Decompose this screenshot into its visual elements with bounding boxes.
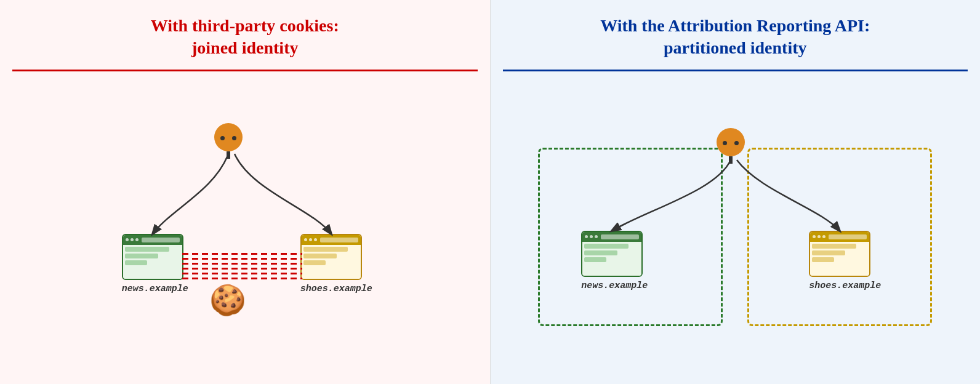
left-title-line2: joined identity [191, 38, 298, 57]
browser-dot [304, 238, 307, 241]
browser-topbar [123, 235, 182, 245]
browser-body [810, 242, 869, 276]
browser-dot [817, 235, 821, 238]
right-panel: With the Attribution Reporting API: part… [491, 0, 981, 384]
browser-dot [131, 238, 134, 241]
shoes-label-right: shoes.example [809, 281, 881, 291]
browser-dot [822, 235, 825, 238]
left-diagram-container: news.example shoe [73, 117, 417, 338]
left-divider [12, 70, 478, 71]
right-diagram-container: news.example shoe [526, 111, 944, 345]
right-browser-news: news.example [581, 231, 648, 291]
person-neck [227, 151, 230, 159]
red-dash [182, 258, 302, 260]
browser-line [584, 257, 606, 262]
right-title-line1: With the Attribution Reporting API: [600, 16, 870, 35]
left-title: With third-party cookies: joined identit… [151, 15, 339, 60]
cookie-icon: 🍪 [209, 283, 246, 318]
browser-line [303, 247, 348, 252]
browser-body [302, 245, 361, 279]
browser-line [812, 250, 845, 255]
browser-shoes-icon [300, 234, 362, 280]
left-title-line1: With third-party cookies: [151, 16, 339, 35]
browser-line [303, 254, 337, 258]
browser-dot [813, 235, 816, 238]
browser-line [303, 260, 326, 265]
browser-dot [309, 238, 312, 241]
right-browser-shoes: shoes.example [809, 231, 881, 291]
browser-news-icon [581, 231, 643, 277]
red-dash [182, 273, 302, 274]
right-title-line2: partitioned identity [664, 38, 807, 57]
right-person [717, 128, 745, 164]
browser-dot [585, 235, 588, 238]
news-label-right: news.example [581, 281, 648, 291]
browser-body [123, 245, 182, 279]
browser-shoes-icon [809, 231, 870, 277]
browser-dot [590, 235, 593, 238]
browser-urlbar [142, 238, 180, 242]
browser-urlbar [320, 238, 358, 242]
browser-topbar [582, 232, 641, 242]
browser-line [125, 247, 169, 252]
right-diagram: news.example shoe [503, 84, 968, 372]
browser-dot [314, 238, 317, 241]
red-dash [182, 278, 302, 279]
person-head-icon [717, 128, 745, 156]
news-label: news.example [122, 284, 188, 294]
left-browser-shoes: shoes.example [300, 234, 372, 294]
browser-line [812, 257, 834, 262]
browser-dot [126, 238, 129, 241]
browser-dot [135, 238, 139, 241]
browser-topbar [810, 232, 869, 242]
red-dash [182, 253, 302, 255]
browser-line [584, 250, 617, 255]
person-neck [729, 156, 733, 164]
left-person [214, 123, 243, 159]
red-dash [182, 263, 302, 265]
person-head-icon [214, 123, 243, 151]
browser-line [812, 244, 856, 249]
browser-news-icon [122, 234, 183, 280]
browser-body [582, 242, 641, 276]
browser-line [584, 244, 629, 249]
left-panel: With third-party cookies: joined identit… [0, 0, 491, 384]
browser-line [125, 254, 158, 258]
browser-dot [595, 235, 598, 238]
browser-topbar [302, 235, 361, 245]
left-diagram: news.example shoe [12, 84, 478, 372]
right-title: With the Attribution Reporting API: part… [600, 15, 870, 60]
browser-line [125, 260, 147, 265]
browser-urlbar [829, 234, 867, 239]
left-browser-news: news.example [122, 234, 188, 294]
browser-urlbar [601, 234, 639, 239]
red-dashed-connector [182, 243, 302, 289]
red-dash [182, 268, 302, 270]
shoes-label: shoes.example [300, 284, 372, 294]
right-divider [503, 70, 968, 71]
